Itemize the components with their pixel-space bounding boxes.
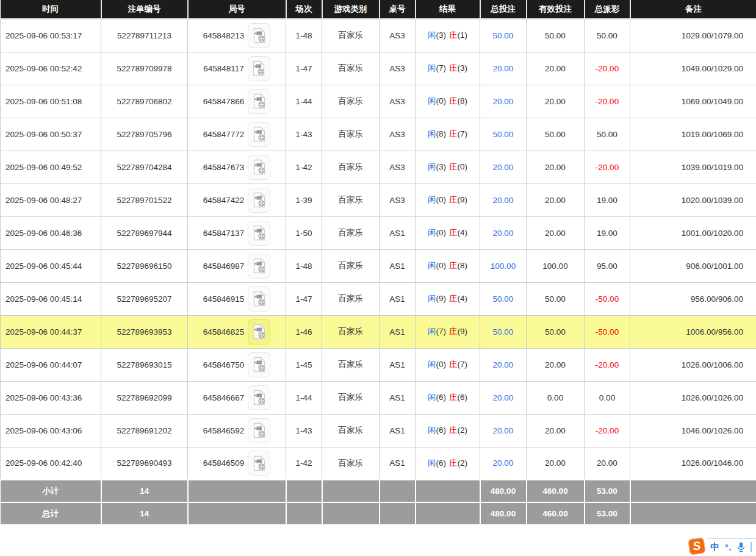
time-cell: 2025-09-06 00:45:14 <box>1 282 101 315</box>
table-row[interactable]: 2025-09-06 00:45:44 522789696150 6458469… <box>1 249 756 282</box>
player-result-points: (9) <box>436 294 447 303</box>
result-cell: 闲(0)庄(7) <box>416 348 480 381</box>
time-cell: 2025-09-06 00:42:40 <box>1 447 101 480</box>
grand-total-total-bet: 480.00 <box>480 502 527 525</box>
banker-result-label: 庄 <box>449 228 458 237</box>
payout-cell: -20.00 <box>585 414 630 447</box>
video-replay-button[interactable] <box>248 188 270 213</box>
video-file-icon <box>251 290 267 307</box>
table-row[interactable]: 2025-09-06 00:49:52 522789704284 6458476… <box>1 151 756 184</box>
sogou-logo-icon[interactable]: S <box>688 537 706 555</box>
time-cell: 2025-09-06 00:43:36 <box>1 381 101 414</box>
banker-result-label: 庄 <box>449 195 458 204</box>
game-number: 645847422 <box>203 196 245 205</box>
grand-total-payout: 53.00 <box>585 502 630 525</box>
payout-cell: 95.00 <box>585 249 630 282</box>
video-file-icon <box>251 455 267 472</box>
video-replay-button[interactable] <box>248 352 270 377</box>
col-bet-number: 注单编号 <box>101 0 188 19</box>
video-replay-button[interactable] <box>248 451 270 476</box>
game-number-cell: 645846915 <box>188 282 286 315</box>
chinese-mode-indicator[interactable]: 中 <box>710 541 719 553</box>
banker-result-points: (2) <box>458 458 468 468</box>
result-cell: 闲(0)庄(4) <box>416 216 480 249</box>
result-cell: 闲(0)庄(9) <box>416 184 480 216</box>
video-replay-button[interactable] <box>248 23 270 48</box>
player-result-points: (6) <box>436 393 447 402</box>
video-replay-button[interactable] <box>248 418 270 443</box>
game-type-cell: 百家乐 <box>322 414 380 447</box>
sogou-logo-letter: S <box>692 539 702 554</box>
video-replay-button[interactable] <box>248 56 270 81</box>
video-replay-button[interactable] <box>248 287 270 312</box>
video-replay-button[interactable] <box>248 385 270 410</box>
bet-number-cell: 522789693953 <box>101 315 188 348</box>
table-row[interactable]: 2025-09-06 00:42:40 522789690493 6458465… <box>1 447 756 480</box>
player-result-label: 闲 <box>428 393 436 402</box>
video-file-icon <box>251 93 267 110</box>
footer-empty-cell <box>322 502 380 525</box>
table-row[interactable]: 2025-09-06 00:50:37 522789705796 6458477… <box>1 118 756 151</box>
video-replay-button[interactable] <box>248 221 270 246</box>
player-result-points: (0) <box>436 195 447 204</box>
table-row[interactable]: 2025-09-06 00:43:36 522789692099 6458466… <box>1 381 756 414</box>
bet-number-cell: 522789706802 <box>101 85 188 118</box>
payout-cell: 19.00 <box>585 216 630 249</box>
col-payout: 总派彩 <box>585 0 630 19</box>
banker-result-label: 庄 <box>449 426 458 435</box>
payout-cell: -20.00 <box>585 52 630 85</box>
banker-result-points: (9) <box>458 195 468 204</box>
remark-cell: 1026.00/1006.00 <box>630 348 756 381</box>
table-row[interactable]: 2025-09-06 00:43:06 522789691202 6458465… <box>1 414 756 447</box>
table-row[interactable]: 2025-09-06 00:52:42 522789709978 6458481… <box>1 52 756 85</box>
keyboard-icon[interactable] <box>751 542 754 552</box>
time-cell: 2025-09-06 00:53:17 <box>1 19 101 52</box>
col-valid-bet: 有效投注 <box>527 0 585 19</box>
banker-result-label: 庄 <box>449 294 458 303</box>
table-row[interactable]: 2025-09-06 00:48:27 522789701522 6458474… <box>1 184 756 216</box>
video-replay-button[interactable] <box>248 89 270 114</box>
table-row[interactable]: 2025-09-06 00:45:14 522789695207 6458469… <box>1 282 756 315</box>
banker-result-points: (2) <box>458 426 468 435</box>
result-cell: 闲(0)庄(8) <box>416 85 480 118</box>
player-result-label: 闲 <box>428 129 436 138</box>
remark-cell: 1006.00/956.00 <box>630 315 756 348</box>
table-row[interactable]: 2025-09-06 00:53:17 522789711213 6458482… <box>1 19 756 52</box>
total-bet-cell: 20.00 <box>480 381 527 414</box>
player-result-points: (6) <box>436 426 447 435</box>
video-replay-button[interactable] <box>248 254 270 279</box>
table-row[interactable]: 2025-09-06 00:46:36 522789697944 6458471… <box>1 216 756 249</box>
time-cell: 2025-09-06 00:44:07 <box>1 348 101 381</box>
table-row[interactable]: 2025-09-06 00:44:37 522789693953 6458468… <box>1 315 756 348</box>
total-bet-cell: 20.00 <box>480 52 527 85</box>
table-body: 2025-09-06 00:53:17 522789711213 6458482… <box>1 19 756 480</box>
banker-result-label: 庄 <box>449 63 458 73</box>
footer-empty-cell <box>380 502 416 525</box>
bet-number-cell: 522789695207 <box>101 282 188 315</box>
video-replay-button[interactable] <box>248 319 270 344</box>
remark-cell: 1026.00/1046.00 <box>630 447 756 480</box>
video-replay-button[interactable] <box>248 155 270 180</box>
player-result-points: (0) <box>436 228 447 237</box>
sogou-ime-bar[interactable]: S 中 °, <box>689 538 756 555</box>
session-cell: 1-42 <box>286 151 322 184</box>
time-cell: 2025-09-06 00:48:27 <box>1 184 101 216</box>
table-row[interactable]: 2025-09-06 00:51:08 522789706802 6458478… <box>1 85 756 118</box>
time-cell: 2025-09-06 00:43:06 <box>1 414 101 447</box>
table-row[interactable]: 2025-09-06 00:44:07 522789693015 6458467… <box>1 348 756 381</box>
punctuation-indicator[interactable]: °, <box>725 543 732 552</box>
microphone-icon[interactable] <box>737 542 745 552</box>
player-result-points: (3) <box>436 162 447 171</box>
grand-total-valid-bet: 460.00 <box>527 502 585 525</box>
video-replay-button[interactable] <box>248 122 270 147</box>
table-number-cell: AS3 <box>380 85 416 118</box>
col-game-number: 局号 <box>188 0 286 19</box>
video-file-icon <box>251 422 267 439</box>
game-number-cell: 645848213 <box>188 19 286 52</box>
subtotal-valid-bet: 460.00 <box>527 480 585 502</box>
valid-bet-cell: 20.00 <box>527 414 585 447</box>
table-number-cell: AS3 <box>380 118 416 151</box>
valid-bet-cell: 20.00 <box>527 447 585 480</box>
grand-total-label: 总计 <box>1 502 101 525</box>
bet-number-cell: 522789701522 <box>101 184 188 216</box>
